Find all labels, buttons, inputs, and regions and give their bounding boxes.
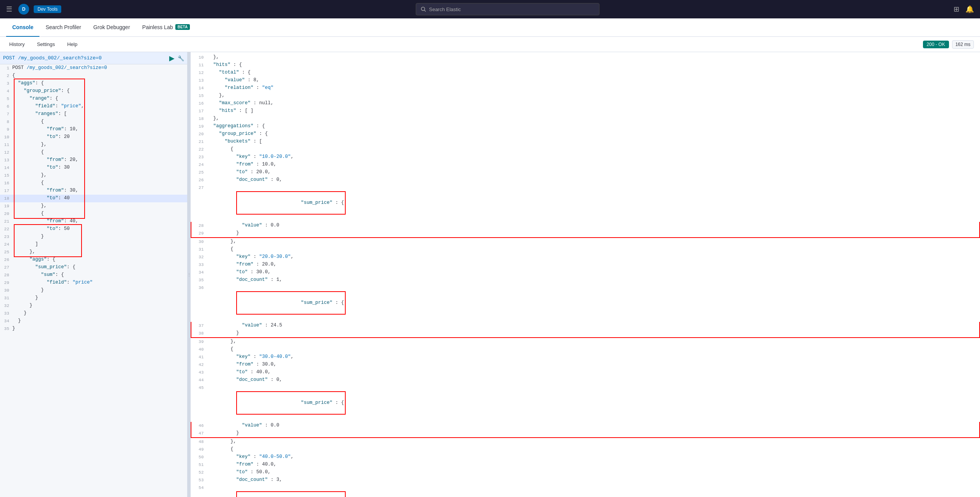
line-35: 35} bbox=[0, 325, 187, 333]
line-21: 21 "from": 40, bbox=[0, 218, 187, 225]
time-badge: 162 ms bbox=[952, 40, 974, 49]
tab-search-profiler[interactable]: Search Profiler bbox=[39, 18, 87, 37]
line-5: 5 "range": { bbox=[0, 95, 187, 103]
settings-button[interactable]: Settings bbox=[34, 40, 58, 49]
resp-line-54: 54 "sum_price" : { bbox=[191, 484, 980, 497]
line-26: 26 "aggs": { bbox=[0, 256, 187, 264]
resp-line-39: 39 }, bbox=[191, 338, 980, 346]
resp-line-46: 46 "value" : 0.0 bbox=[191, 422, 980, 430]
line-32: 32 } bbox=[0, 302, 187, 310]
line-12: 12 { bbox=[0, 149, 187, 156]
resp-line-41: 41 "key" : "30.0-40.0", bbox=[191, 353, 980, 361]
user-avatar[interactable]: D bbox=[18, 4, 29, 15]
line-18: 18 "to": 40 bbox=[0, 195, 187, 202]
resp-line-17: 17 "hits" : [ ] bbox=[191, 107, 980, 115]
nav-icons: ⊞ 🔔 bbox=[954, 5, 974, 13]
resp-line-19: 19 "aggregations" : { bbox=[191, 123, 980, 130]
beta-badge: BETA bbox=[175, 24, 190, 30]
resp-line-35: 35 "doc_count" : 1, bbox=[191, 276, 980, 284]
resp-line-44: 44 "doc_count" : 0, bbox=[191, 376, 980, 384]
resp-line-15: 15 }, bbox=[191, 92, 980, 100]
search-placeholder: Search Elastic bbox=[429, 7, 461, 12]
line-25: 25 }, bbox=[0, 248, 187, 256]
history-button[interactable]: History bbox=[6, 40, 28, 49]
line-33: 33 } bbox=[0, 310, 187, 317]
bell-icon[interactable]: 🔔 bbox=[965, 5, 974, 13]
resp-line-10: 10 }, bbox=[191, 54, 980, 61]
line-6: 6 "field": "price", bbox=[0, 103, 187, 110]
resp-line-38: 38 } bbox=[191, 330, 980, 338]
resp-line-14: 14 "relation" : "eq" bbox=[191, 84, 980, 92]
resp-line-26: 26 "doc_count" : 0, bbox=[191, 176, 980, 184]
response-content: 10 }, 11 "hits" : { 12 "total" : { 13 "v… bbox=[191, 52, 980, 497]
search-bar-container: Search Elastic bbox=[66, 3, 949, 15]
line-9: 9 "from": 10, bbox=[0, 126, 187, 133]
resp-line-23: 23 "key" : "10.0-20.0", bbox=[191, 153, 980, 161]
resp-line-34: 34 "to" : 30.0, bbox=[191, 269, 980, 276]
wrench-button[interactable]: 🔧 bbox=[178, 55, 184, 61]
resp-line-24: 24 "from" : 10.0, bbox=[191, 161, 980, 169]
line-3: 3 "aggs": { bbox=[0, 80, 187, 87]
editor-pane: POST /my_goods_002/_search?size=0 ▶ 🔧 1P… bbox=[0, 52, 188, 497]
resp-line-32: 32 "key" : "20.0-30.0", bbox=[191, 253, 980, 261]
resp-line-20: 20 "group_price" : { bbox=[191, 130, 980, 138]
line-28: 28 "sum": { bbox=[0, 271, 187, 279]
resp-line-31: 31 { bbox=[191, 246, 980, 253]
svg-point-0 bbox=[421, 7, 425, 11]
line-23: 23 } bbox=[0, 233, 187, 241]
line-2: 2{ bbox=[0, 72, 187, 80]
status-badge: 200 - OK bbox=[923, 41, 949, 48]
line-4: 4 "group_price": { bbox=[0, 87, 187, 95]
resp-line-53: 53 "doc_count" : 3, bbox=[191, 476, 980, 484]
line-17: 17 "from": 30, bbox=[0, 187, 187, 195]
line-10: 10 "to": 20 bbox=[0, 133, 187, 141]
resp-line-52: 52 "to" : 50.0, bbox=[191, 469, 980, 476]
editor-header: POST /my_goods_002/_search?size=0 ▶ 🔧 bbox=[0, 52, 187, 64]
resp-line-33: 33 "from" : 20.0, bbox=[191, 261, 980, 269]
resp-line-36: 36 "sum_price" : { bbox=[191, 284, 980, 322]
line-14: 14 "to": 30 bbox=[0, 164, 187, 172]
resp-line-25: 25 "to" : 20.0, bbox=[191, 169, 980, 176]
line-29: 29 "field": "price" bbox=[0, 279, 187, 287]
tab-painless-lab[interactable]: Painless Lab BETA bbox=[136, 18, 196, 37]
line-22: 22 "to": 50 bbox=[0, 225, 187, 233]
line-20: 20 { bbox=[0, 210, 187, 218]
search-bar[interactable]: Search Elastic bbox=[416, 3, 599, 15]
search-icon bbox=[421, 7, 426, 12]
grid-icon[interactable]: ⊞ bbox=[954, 5, 959, 13]
line-34: 34 } bbox=[0, 317, 187, 325]
resp-line-27: 27 "sum_price" : { bbox=[191, 184, 980, 222]
resp-line-30: 30 }, bbox=[191, 238, 980, 246]
resp-line-37: 37 "value" : 24.5 bbox=[191, 322, 980, 330]
line-11: 11 }, bbox=[0, 141, 187, 149]
line-13: 13 "from": 20, bbox=[0, 156, 187, 164]
svg-line-1 bbox=[424, 10, 426, 12]
hamburger-menu[interactable]: ☰ bbox=[6, 5, 12, 13]
main-area: POST /my_goods_002/_search?size=0 ▶ 🔧 1P… bbox=[0, 52, 980, 497]
line-8: 8 { bbox=[0, 118, 187, 126]
line-16: 16 { bbox=[0, 179, 187, 187]
run-button[interactable]: ▶ bbox=[169, 54, 175, 62]
line-31: 31 } bbox=[0, 294, 187, 302]
tab-console[interactable]: Console bbox=[6, 18, 39, 37]
resp-line-43: 43 "to" : 40.0, bbox=[191, 369, 980, 376]
line-1: 1POST /my_goods_002/_search?size=0 bbox=[0, 64, 187, 72]
line-27: 27 "sum_price": { bbox=[0, 264, 187, 271]
resp-line-49: 49 { bbox=[191, 446, 980, 453]
help-button[interactable]: Help bbox=[64, 40, 80, 49]
resp-line-12: 12 "total" : { bbox=[191, 69, 980, 77]
resp-line-21: 21 "buckets" : [ bbox=[191, 138, 980, 146]
dev-tools-badge[interactable]: Dev Tools bbox=[34, 5, 61, 13]
line-15: 15 }, bbox=[0, 172, 187, 179]
resp-line-22: 22 { bbox=[191, 146, 980, 153]
response-pane: 10 }, 11 "hits" : { 12 "total" : { 13 "v… bbox=[191, 52, 980, 497]
pane-divider[interactable]: ⋮ bbox=[188, 52, 191, 497]
tab-grok-debugger[interactable]: Grok Debugger bbox=[87, 18, 136, 37]
toolbar: History Settings Help 200 - OK 162 ms bbox=[0, 37, 980, 52]
resp-line-48: 48 }, bbox=[191, 438, 980, 446]
line-24: 24 ] bbox=[0, 241, 187, 248]
line-7: 7 "ranges": [ bbox=[0, 110, 187, 118]
resp-line-47: 47 } bbox=[191, 430, 980, 438]
resp-line-13: 13 "value" : 8, bbox=[191, 77, 980, 84]
editor-content[interactable]: 1POST /my_goods_002/_search?size=0 2{ 3 … bbox=[0, 64, 187, 497]
